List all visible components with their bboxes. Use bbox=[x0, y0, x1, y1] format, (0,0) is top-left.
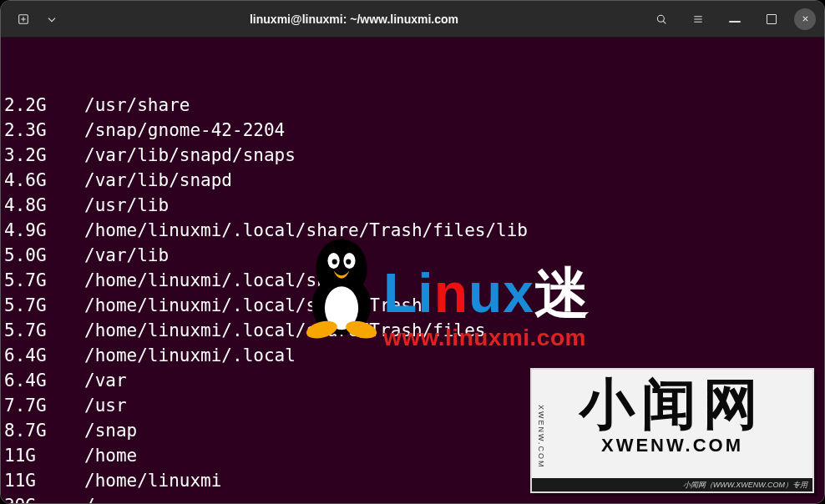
window-title: linuxmi@linuxmi: ~/www.linuxmi.com bbox=[61, 13, 647, 26]
path-cell: /home bbox=[84, 443, 137, 468]
size-cell: 6.4G bbox=[4, 343, 84, 368]
path-cell: /usr/lib bbox=[84, 193, 169, 218]
svg-line-4 bbox=[663, 21, 666, 23]
output-row: 3.2G/var/lib/snapd/snaps bbox=[4, 143, 824, 168]
close-icon bbox=[801, 14, 810, 23]
path-cell: / bbox=[84, 493, 95, 504]
size-cell: 3.2G bbox=[4, 143, 84, 168]
size-cell: 8.7G bbox=[4, 418, 84, 443]
tab-dropdown-button[interactable] bbox=[43, 7, 61, 32]
path-cell: /snap/gnome-42-2204 bbox=[84, 118, 285, 143]
path-cell: /snap bbox=[84, 418, 137, 443]
terminal-body[interactable]: 2.2G/usr/share2.3G/snap/gnome-42-22043.2… bbox=[1, 38, 824, 503]
terminal-window: linuxmi@linuxmi: ~/www.linuxmi.com 2.2G/… bbox=[0, 0, 825, 504]
path-cell: /usr bbox=[84, 393, 127, 418]
path-cell: /var bbox=[84, 368, 127, 393]
size-cell: 7.7G bbox=[4, 393, 84, 418]
output-row: 4.6G/var/lib/snapd bbox=[4, 168, 824, 193]
output-row: 11G/home/linuxmi bbox=[4, 468, 824, 493]
path-cell: /home/linuxmi/.local bbox=[84, 343, 296, 368]
output-row: 5.0G/var/lib bbox=[4, 243, 824, 268]
path-cell: /home/linuxmi/.local/share/Trash/files bbox=[84, 318, 485, 343]
output-row: 11G/home bbox=[4, 443, 824, 468]
path-cell: /var/lib/snapd bbox=[84, 168, 232, 193]
new-tab-button[interactable] bbox=[9, 7, 38, 32]
size-cell: 11G bbox=[4, 443, 84, 468]
path-cell: /home/linuxmi/.local/share/Trash/files/l… bbox=[84, 218, 528, 243]
new-tab-icon bbox=[17, 13, 30, 26]
output-row: 6.4G/home/linuxmi/.local bbox=[4, 343, 824, 368]
maximize-icon bbox=[767, 14, 777, 24]
minimize-button[interactable] bbox=[721, 7, 749, 32]
output-row: 4.8G/usr/lib bbox=[4, 193, 824, 218]
search-button[interactable] bbox=[647, 7, 676, 32]
path-cell: /home/linuxmi/.local/share/Trash bbox=[84, 293, 423, 318]
path-cell: /var/lib/snapd/snaps bbox=[84, 143, 296, 168]
output-row: 7.7G/usr bbox=[4, 393, 824, 418]
maximize-button[interactable] bbox=[757, 7, 786, 32]
titlebar: linuxmi@linuxmi: ~/www.linuxmi.com bbox=[1, 1, 824, 38]
output-row: 39G/ bbox=[4, 493, 824, 504]
output-row: 5.7G/home/linuxmi/.local/share/Trash bbox=[4, 293, 824, 318]
size-cell: 5.7G bbox=[4, 268, 84, 293]
size-cell: 5.7G bbox=[4, 318, 84, 343]
chevron-down-icon bbox=[45, 13, 58, 26]
size-cell: 4.9G bbox=[4, 218, 84, 243]
size-cell: 4.8G bbox=[4, 193, 84, 218]
size-cell: 5.0G bbox=[4, 243, 84, 268]
minimize-icon bbox=[729, 21, 741, 23]
path-cell: /usr/share bbox=[84, 93, 190, 118]
size-cell: 4.6G bbox=[4, 168, 84, 193]
path-cell: /home/linuxmi/.local/share bbox=[84, 268, 359, 293]
svg-point-3 bbox=[657, 15, 664, 22]
path-cell: /home/linuxmi bbox=[84, 468, 221, 493]
path-cell: /var/lib bbox=[84, 243, 169, 268]
size-cell: 5.7G bbox=[4, 293, 84, 318]
output-row: 5.7G/home/linuxmi/.local/share bbox=[4, 268, 824, 293]
size-cell: 39G bbox=[4, 493, 84, 504]
output-row: 2.2G/usr/share bbox=[4, 93, 824, 118]
size-cell: 6.4G bbox=[4, 368, 84, 393]
output-row: 6.4G/var bbox=[4, 368, 824, 393]
size-cell: 11G bbox=[4, 468, 84, 493]
menu-button[interactable] bbox=[684, 7, 712, 32]
size-cell: 2.2G bbox=[4, 93, 84, 118]
output-row: 8.7G/snap bbox=[4, 418, 824, 443]
close-button[interactable] bbox=[794, 8, 816, 30]
output-row: 5.7G/home/linuxmi/.local/share/Trash/fil… bbox=[4, 318, 824, 343]
output-row: 4.9G/home/linuxmi/.local/share/Trash/fil… bbox=[4, 218, 824, 243]
size-cell: 2.3G bbox=[4, 118, 84, 143]
hamburger-menu-icon bbox=[691, 13, 705, 26]
output-row: 2.3G/snap/gnome-42-2204 bbox=[4, 118, 824, 143]
search-icon bbox=[655, 13, 668, 26]
